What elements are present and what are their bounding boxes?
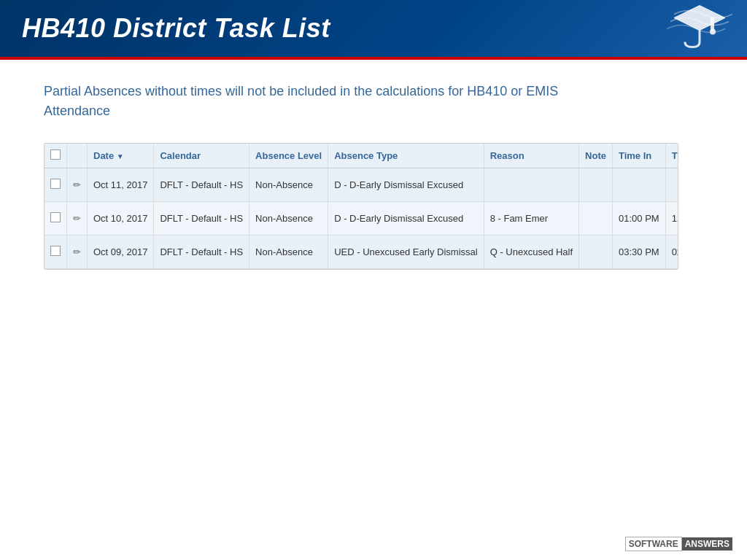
- row2-checkbox-cell: [44, 202, 67, 236]
- row1-edit-cell[interactable]: ✏: [67, 168, 88, 202]
- col-time-in: Time In: [612, 144, 665, 168]
- row3-calendar: DFLT - Default - HS: [154, 236, 249, 269]
- edit-icon[interactable]: ✏: [73, 179, 81, 190]
- main-content: Partial Absences without times will not …: [0, 60, 747, 292]
- row3-note: [579, 236, 613, 269]
- row3-time-out: 02:30 PM: [665, 236, 678, 269]
- svg-marker-0: [674, 6, 725, 31]
- row1-note: [579, 168, 613, 202]
- row3-time-in: 03:30 PM: [612, 236, 665, 269]
- brand-answers: ANSWERS: [682, 537, 732, 551]
- row1-reason: [484, 168, 578, 202]
- row1-calendar: DFLT - Default - HS: [154, 168, 249, 202]
- row1-time-in: [612, 168, 665, 202]
- table-header-row: Date ▼ Calendar Absence Level Absence Ty…: [44, 144, 678, 168]
- col-absence-type: Absence Type: [328, 144, 484, 168]
- row1-checkbox-cell: [44, 168, 67, 202]
- col-checkbox: [44, 144, 67, 168]
- row2-calendar: DFLT - Default - HS: [154, 202, 249, 236]
- page-title: HB410 District Task List: [22, 13, 330, 44]
- sort-arrow-date: ▼: [117, 152, 124, 160]
- row1-checkbox[interactable]: [50, 179, 61, 189]
- attendance-table: Date ▼ Calendar Absence Level Absence Ty…: [44, 144, 678, 269]
- table-row: ✏ Oct 10, 2017 DFLT - Default - HS Non-A…: [44, 202, 678, 236]
- row2-absence-level: Non-Absence: [249, 202, 328, 236]
- col-note: Note: [579, 144, 613, 168]
- svg-point-2: [710, 29, 716, 35]
- row3-checkbox[interactable]: [50, 246, 61, 256]
- table-row: ✏ Oct 11, 2017 DFLT - Default - HS Non-A…: [44, 168, 678, 202]
- brand-software: SOFTWARE: [625, 537, 682, 551]
- col-calendar: Calendar: [154, 144, 249, 168]
- col-absence-level: Absence Level: [249, 144, 328, 168]
- edit-icon[interactable]: ✏: [73, 246, 81, 257]
- col-date[interactable]: Date ▼: [88, 144, 154, 168]
- row2-note: [579, 202, 613, 236]
- col-edit: [67, 144, 88, 168]
- page-header: HB410 District Task List: [0, 0, 747, 60]
- attendance-table-container: Date ▼ Calendar Absence Level Absence Ty…: [44, 143, 678, 270]
- row2-time-in: 01:00 PM: [612, 202, 665, 236]
- row1-absence-level: Non-Absence: [249, 168, 328, 202]
- row3-absence-level: Non-Absence: [249, 236, 328, 269]
- col-reason: Reason: [484, 144, 578, 168]
- notice-text: Partial Absences without times will not …: [44, 82, 613, 121]
- row2-absence-type: D - D-Early Dismissal Excused: [328, 202, 484, 236]
- header-logo: [667, 0, 732, 58]
- row3-checkbox-cell: [44, 236, 67, 269]
- row1-date: Oct 11, 2017: [88, 168, 154, 202]
- footer-brand: SOFTWAREANSWERS: [625, 539, 732, 549]
- row1-time-out: [665, 168, 678, 202]
- row3-reason: Q - Unexcused Half: [484, 236, 578, 269]
- row3-edit-cell[interactable]: ✏: [67, 236, 88, 269]
- row3-date: Oct 09, 2017: [88, 236, 154, 269]
- col-time-out: Time Out: [665, 144, 678, 168]
- header-checkbox[interactable]: [50, 149, 61, 160]
- row3-absence-type: UED - Unexcused Early Dismissal: [328, 236, 484, 269]
- row1-absence-type: D - D-Early Dismissal Excused: [328, 168, 484, 202]
- edit-icon[interactable]: ✏: [73, 213, 81, 224]
- row2-date: Oct 10, 2017: [88, 202, 154, 236]
- row2-reason: 8 - Fam Emer: [484, 202, 578, 236]
- row2-checkbox[interactable]: [50, 212, 61, 222]
- table-row: ✏ Oct 09, 2017 DFLT - Default - HS Non-A…: [44, 236, 678, 269]
- row2-time-out: 11:00 AM: [665, 202, 678, 236]
- row2-edit-cell[interactable]: ✏: [67, 202, 88, 236]
